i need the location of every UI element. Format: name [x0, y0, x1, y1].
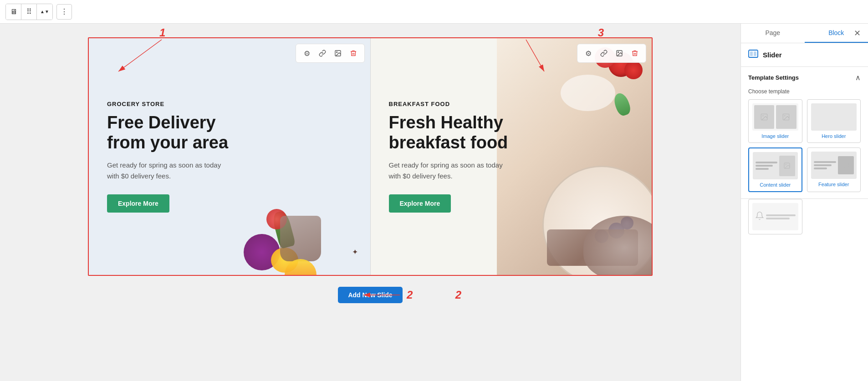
template-feature-slider-name: Feature slider [818, 182, 849, 187]
main-content: 1 ⚙ [0, 24, 868, 381]
right-panel: Page Block ✕ Slider Template Settings ∧ … [740, 24, 868, 381]
slider-container: ⚙ GRO [88, 37, 653, 276]
svg-point-18 [786, 164, 786, 165]
svg-point-16 [785, 115, 786, 116]
yogurt [561, 75, 615, 111]
preview-img-box-1 [754, 105, 774, 129]
slide-2-delete-btn[interactable] [628, 47, 641, 60]
panel-close-btn[interactable]: ✕ [851, 27, 863, 40]
sack [280, 216, 321, 261]
slide-1-content: GROCERY STORE Free Delivery from your ar… [107, 101, 230, 213]
tab-page[interactable]: Page [741, 24, 805, 43]
template-content-slider-name: Content slider [760, 182, 791, 188]
preview-img-box-2 [776, 105, 796, 129]
slider-wrapper: ⚙ GRO [14, 37, 727, 303]
slide-1-settings-btn[interactable]: ⚙ [301, 47, 313, 60]
preview-feature-line-3 [814, 168, 827, 169]
svg-point-3 [336, 52, 337, 53]
template-hero-slider-name: Hero slider [822, 133, 846, 139]
panel-tabs: Page Block ✕ [741, 24, 868, 43]
panel-block-title: Slider [763, 51, 782, 59]
svg-point-20 [845, 164, 846, 165]
monitor-btn[interactable]: 🖥 [6, 4, 21, 20]
more-icon: ⋮ [61, 7, 68, 16]
svg-point-14 [762, 115, 763, 116]
slide-1-desc: Get ready for spring as soon as today wi… [107, 160, 230, 182]
slide-2: ⚙ BRE [371, 38, 652, 275]
slide-2-settings-btn[interactable]: ⚙ [582, 47, 595, 60]
toolbar-group: 🖥 ⠿ ▲▼ [5, 4, 53, 20]
preview-content-line-1 [756, 162, 777, 163]
template-settings-section: Template Settings ∧ Choose template [741, 67, 868, 199]
raspberry-3 [624, 61, 643, 79]
canvas-wrapper: 1 ⚙ [0, 24, 740, 381]
slide-1-delete-btn[interactable] [347, 47, 360, 60]
preview-bottom [752, 203, 798, 230]
slide-2-image-btn[interactable] [613, 47, 626, 60]
choose-template-label: Choose template [748, 88, 861, 95]
slide-2-desc: Get ready for spring as soon as today wi… [389, 160, 511, 182]
preview-partial-line-1 [766, 214, 796, 216]
star-anise: ✦ [352, 248, 361, 257]
slide-1-actions: ⚙ [296, 44, 365, 63]
preview-content-line-2 [756, 165, 773, 167]
template-feature-slider[interactable]: Feature slider [807, 147, 861, 192]
preview-feature-lines [814, 161, 837, 169]
arrow-up-down-icon: ▲▼ [40, 10, 49, 14]
slide-2-actions: ⚙ [577, 44, 646, 63]
add-slide-btn[interactable]: Add New Slide [338, 287, 402, 303]
slide-2-link-btn[interactable] [597, 47, 610, 60]
svg-point-5 [618, 52, 619, 53]
preview-content-inner [753, 152, 798, 179]
annotation-2-number-right: 2 [407, 289, 413, 301]
section-header: Template Settings ∧ [748, 73, 861, 82]
preview-feature-line-1 [814, 161, 837, 163]
template-hero-slider[interactable]: Hero slider [807, 99, 861, 143]
preview-content-img [779, 156, 795, 176]
section-collapse-btn[interactable]: ∧ [855, 73, 861, 82]
more-options-btn[interactable]: ⋮ [56, 4, 72, 20]
slider-block-icon [748, 50, 758, 60]
arrows-btn[interactable]: ▲▼ [37, 4, 52, 20]
slide-2-category: BREAKFAST FOOD [389, 101, 511, 107]
preview-feature-img [838, 156, 854, 174]
preview-partial-lines [766, 214, 796, 219]
preview-content-lines [756, 162, 777, 170]
slide-1-image-btn[interactable] [332, 47, 344, 60]
slide-1-link-btn[interactable] [316, 47, 329, 60]
slide-2-content: BREAKFAST FOOD Fresh Healthy breakfast f… [389, 101, 511, 213]
preview-hero-inner [811, 103, 857, 131]
template-settings-title: Template Settings [748, 74, 799, 81]
preview-feature-inner [811, 152, 857, 179]
preview-feature-line-2 [814, 164, 832, 166]
template-feature-slider-preview [811, 152, 857, 179]
svg-rect-12 [754, 51, 756, 56]
template-partial-item[interactable] [748, 199, 802, 234]
template-image-slider-name: Image slider [761, 133, 789, 139]
template-grid: Image slider Hero slider [748, 99, 861, 192]
slide-2-food-visual [497, 38, 652, 275]
dots-btn[interactable]: ⠿ [21, 4, 37, 20]
preview-partial-line-2 [766, 218, 790, 219]
template-content-slider[interactable]: Content slider [748, 147, 802, 192]
slide-2-cta-btn[interactable]: Explore More [389, 194, 451, 213]
preview-image-slider-inner [752, 103, 798, 131]
slide-1-cta-btn[interactable]: Explore More [107, 194, 169, 213]
slide-2-title: Fresh Healthy breakfast food [389, 113, 511, 152]
canvas-area: 1 ⚙ [0, 24, 740, 381]
preview-content-line-3 [756, 168, 769, 170]
template-content-slider-preview [753, 152, 798, 179]
top-toolbar: 🖥 ⠿ ▲▼ ⋮ [0, 0, 868, 24]
slide-1-veggies: ✦ [239, 62, 366, 275]
svg-rect-11 [750, 51, 753, 56]
monitor-icon: 🖥 [10, 8, 17, 16]
slide-1-category: GROCERY STORE [107, 101, 230, 107]
template-image-slider[interactable]: Image slider [748, 99, 802, 143]
template-partial [741, 199, 868, 239]
add-slide-container: 2 Add New Slide 2 [14, 287, 727, 303]
template-image-slider-preview [752, 103, 798, 131]
slide-1-title: Free Delivery from your area [107, 113, 230, 152]
template-hero-slider-preview [811, 103, 857, 131]
grid-dots-icon: ⠿ [26, 7, 32, 16]
slide-1: ⚙ GRO [89, 38, 370, 275]
